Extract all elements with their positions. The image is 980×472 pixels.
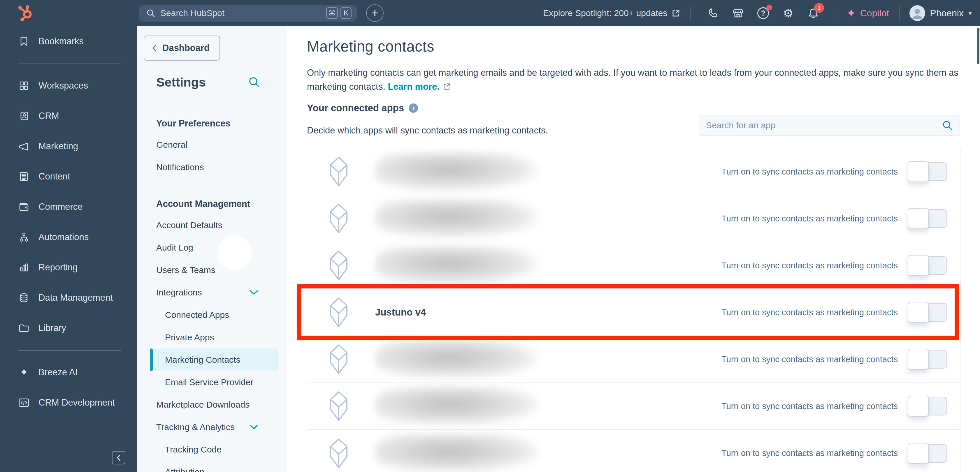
sidebar-item-automations[interactable]: Automations <box>0 222 137 252</box>
settings-section-heading: Your Preferences <box>137 117 287 130</box>
scrollbar <box>976 26 980 472</box>
sidebar-item-workspaces[interactable]: Workspaces <box>0 70 137 101</box>
page-title: Marketing contacts <box>307 38 434 55</box>
sync-toggle[interactable] <box>908 397 947 415</box>
settings-nav-item-marketplace-downloads[interactable]: Marketplace Downloads <box>137 393 287 416</box>
marketplace-icon[interactable] <box>731 6 745 20</box>
nav-item-label: Marketing Contacts <box>165 355 240 365</box>
connected-apps-heading: Your connected apps i <box>307 103 418 114</box>
back-to-dashboard-button[interactable]: Dashboard <box>144 35 220 60</box>
nav-item-label: Account Defaults <box>156 220 223 230</box>
learn-more-link[interactable]: Learn more. <box>388 81 439 92</box>
sidebar-item-marketing[interactable]: Marketing <box>0 131 137 161</box>
explore-spotlight-link[interactable]: Explore Spotlight: 200+ updates <box>543 8 680 18</box>
toggle-knob <box>908 255 929 276</box>
sidebar-item-content[interactable]: Content <box>0 161 137 192</box>
crm-contact-icon <box>18 110 30 122</box>
copilot-button[interactable]: ✦ Copilot <box>846 7 889 19</box>
workspaces-grid-icon <box>18 80 30 92</box>
topbar-divider <box>899 6 900 20</box>
calling-icon[interactable] <box>706 6 720 20</box>
nav-item-label: Audit Log <box>156 243 193 253</box>
sidebar-item-bookmarks[interactable]: Bookmarks <box>0 26 137 57</box>
sidebar-item-crm[interactable]: CRM <box>0 101 137 131</box>
connected-apps-heading-label: Your connected apps <box>307 103 404 114</box>
sidebar-item-reporting[interactable]: Reporting <box>0 252 137 283</box>
nav-item-label: General <box>156 140 188 150</box>
sync-toggle[interactable] <box>908 303 947 322</box>
chevron-left-icon <box>152 44 156 52</box>
blurred-app-name <box>375 153 538 191</box>
blurred-app-name <box>375 340 538 378</box>
global-search-input[interactable] <box>160 8 326 18</box>
help-icon[interactable]: ? <box>756 6 770 20</box>
sidebar-item-data-management[interactable]: Data Management <box>0 283 137 313</box>
info-icon[interactable]: i <box>409 103 418 113</box>
nav-item-label: Attribution <box>165 467 204 472</box>
connected-apps-list: Turn on to sync contacts as marketing co… <box>307 148 961 472</box>
app-row: Turn on to sync contacts as marketing co… <box>307 242 960 289</box>
settings-gear-icon[interactable]: ⚙ <box>781 6 795 20</box>
toggle-knob <box>908 396 929 416</box>
workflow-icon <box>18 231 30 243</box>
sidebar-item-label: Data Management <box>38 292 113 303</box>
app-row: Turn on to sync contacts as marketing co… <box>307 148 960 195</box>
page-description: Only marketing contacts can get marketin… <box>307 66 958 94</box>
sync-toggle-label: Turn on to sync contacts as marketing co… <box>721 402 898 411</box>
sidebar-item-library[interactable]: Library <box>0 313 137 343</box>
settings-nav-item-connected-apps[interactable]: Connected Apps <box>137 304 287 326</box>
app-search-input[interactable] <box>706 120 942 130</box>
settings-nav-item-attribution[interactable]: Attribution <box>137 461 287 472</box>
toggle-knob <box>908 349 929 370</box>
create-button[interactable]: + <box>366 4 383 22</box>
scrollbar-thumb[interactable] <box>977 28 979 64</box>
sync-toggle[interactable] <box>908 444 947 462</box>
document-icon <box>18 171 30 183</box>
app-name: Justuno v4 <box>375 307 426 318</box>
sidebar-item-label: Marketing <box>38 141 78 151</box>
settings-nav-item-private-apps[interactable]: Private Apps <box>137 326 287 348</box>
settings-nav-item-notifications[interactable]: Notifications <box>137 156 287 178</box>
sync-toggle[interactable] <box>908 209 947 228</box>
app-placeholder-icon <box>330 344 348 375</box>
chevron-down-icon: ▾ <box>968 9 972 17</box>
sidebar-item-crm-development[interactable]: CRM Development <box>0 388 137 418</box>
settings-nav-item-marketing-contacts[interactable]: Marketing Contacts <box>150 348 278 371</box>
bar-chart-icon <box>18 262 30 273</box>
sidebar-item-label: Commerce <box>38 202 83 212</box>
search-icon[interactable] <box>942 120 953 130</box>
global-search-bar[interactable]: ⌘ K <box>139 5 357 22</box>
sync-toggle[interactable] <box>908 162 947 181</box>
sync-toggle[interactable] <box>908 256 947 275</box>
back-button-label: Dashboard <box>162 43 210 53</box>
keyboard-shortcut-hint: ⌘ K <box>326 7 352 19</box>
blurred-app-name <box>375 434 538 472</box>
app-row: Turn on to sync contacts as marketing co… <box>307 430 960 472</box>
settings-nav-item-email-service-provider[interactable]: Email Service Provider <box>137 371 287 393</box>
notifications-bell-icon[interactable]: 1 <box>807 6 820 20</box>
chevron-down-icon <box>250 424 258 430</box>
account-menu[interactable]: Phoenix ▾ <box>910 5 972 21</box>
k-keycap: K <box>340 7 352 19</box>
settings-nav-item-integrations[interactable]: Integrations <box>137 281 287 304</box>
sidebar-item-label: Automations <box>38 232 89 242</box>
settings-nav-item-audit-log[interactable]: Audit Log <box>137 236 287 259</box>
user-name: Phoenix <box>930 8 964 19</box>
app-row-justuno: Justuno v4 Turn on to sync contacts as m… <box>307 289 960 336</box>
command-keycap: ⌘ <box>326 7 338 19</box>
sidebar-item-commerce[interactable]: Commerce <box>0 192 137 222</box>
hubspot-logo-icon[interactable] <box>16 4 35 22</box>
settings-nav-item-users-teams[interactable]: Users & Teams <box>137 259 287 281</box>
sidebar-item-breeze-ai[interactable]: ✦ Breeze AI <box>0 357 137 388</box>
settings-nav-item-account-defaults[interactable]: Account Defaults <box>137 214 287 236</box>
sync-toggle[interactable] <box>908 350 947 369</box>
toggle-knob <box>908 161 929 182</box>
app-placeholder-icon <box>330 297 348 328</box>
sync-toggle-label: Turn on to sync contacts as marketing co… <box>721 214 898 224</box>
chevron-down-icon <box>250 290 258 295</box>
settings-nav-item-tracking-code[interactable]: Tracking Code <box>137 438 287 461</box>
settings-search-icon[interactable] <box>248 76 260 88</box>
settings-nav-item-general[interactable]: General <box>137 133 287 156</box>
settings-nav-item-tracking-analytics[interactable]: Tracking & Analytics <box>137 416 287 438</box>
collapse-sidebar-button[interactable] <box>112 451 125 464</box>
